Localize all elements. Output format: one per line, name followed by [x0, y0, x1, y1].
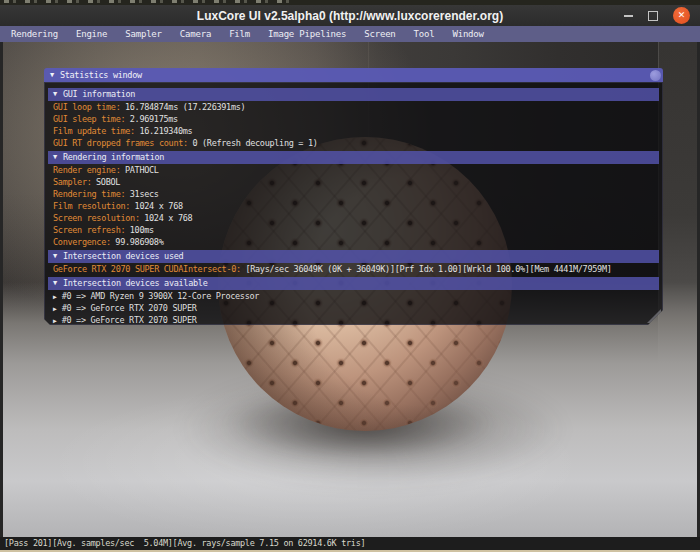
maximize-icon	[648, 11, 658, 21]
expand-arrow-icon: ▶	[53, 293, 57, 301]
stat-row-sampler: Sampler:SOBOL	[48, 176, 659, 188]
stat-value: SOBOL	[96, 177, 120, 187]
stat-value: PATHOCL	[125, 165, 159, 175]
screen: LuxCore UI v2.5alpha0 (http://www.luxcor…	[0, 0, 700, 552]
stat-value: 99.986908%	[115, 237, 163, 247]
stat-label: Sampler:	[53, 177, 92, 187]
section-header-rendering-information[interactable]: ▼ Rendering information	[48, 151, 659, 164]
stat-row-film-resolution: Film resolution:1024 x 768	[48, 200, 659, 212]
collapse-arrow-icon: ▼	[53, 88, 57, 101]
stat-label: GUI RT dropped frames count:	[53, 138, 188, 148]
stat-value: 31secs	[130, 189, 159, 199]
device-tree-item-gpu-2[interactable]: ▶#0 => GeForce RTX 2070 SUPER	[48, 314, 659, 326]
section-header-intersection-devices-used[interactable]: ▼ Intersection devices used	[48, 250, 659, 263]
collapse-arrow-icon[interactable]: ▼	[50, 71, 54, 79]
stat-label: GeForce RTX 2070 SUPER CUDAIntersect-0:	[53, 264, 241, 274]
minimize-button[interactable]	[624, 15, 633, 17]
device-name: #0 => AMD Ryzen 9 3900X 12-Core Processo…	[62, 291, 260, 301]
menu-item-rendering[interactable]: Rendering	[2, 26, 67, 42]
section-header-gui-information[interactable]: ▼ GUI information	[48, 88, 659, 101]
stat-label: Screen refresh:	[53, 225, 125, 235]
status-text: [Pass 201][Avg. samples/sec 5.04M][Avg. …	[4, 538, 365, 548]
minimize-icon	[624, 15, 633, 17]
stat-value: [Rays/sec 36049K (0K + 36049K)][Prf Idx …	[245, 264, 611, 274]
stat-value: 0 (Refresh decoupling = 1)	[192, 138, 317, 148]
stat-row-film-update-time: Film update time:16.219340ms	[48, 125, 659, 137]
stat-label: Rendering time:	[53, 189, 125, 199]
status-bar: [Pass 201][Avg. samples/sec 5.04M][Avg. …	[0, 537, 700, 550]
window-controls: ✕	[624, 5, 690, 26]
stat-row-convergence: Convergence:99.986908%	[48, 236, 659, 248]
menu-item-camera[interactable]: Camera	[171, 26, 220, 42]
device-tree-item-gpu-1[interactable]: ▶#0 => GeForce RTX 2070 SUPER	[48, 302, 659, 314]
section-header-intersection-devices-available[interactable]: ▼ Intersection devices available	[48, 277, 659, 290]
collapse-arrow-icon: ▼	[53, 151, 57, 164]
stat-value: 1024 x 768	[135, 201, 183, 211]
menu-item-image-pipelines[interactable]: Image Pipelines	[259, 26, 355, 42]
stat-label: GUI sleep time:	[53, 114, 125, 124]
menu-item-tool[interactable]: Tool	[405, 26, 444, 42]
section-title: Rendering information	[63, 151, 164, 164]
statistics-window-body: ▼ GUI information GUI loop time:16.78487…	[44, 82, 663, 325]
stat-value: 16.784874ms (17.226391ms)	[125, 102, 245, 112]
render-viewport[interactable]: ▼ Statistics window ▼ GUI information GU…	[3, 42, 697, 537]
stat-row-gui-loop-time: GUI loop time:16.784874ms (17.226391ms)	[48, 101, 659, 113]
stat-row-gpu-intersect: GeForce RTX 2070 SUPER CUDAIntersect-0:[…	[48, 263, 659, 275]
stat-row-render-engine: Render engine:PATHOCL	[48, 164, 659, 176]
stat-label: Convergence:	[53, 237, 111, 247]
stat-label: Render engine:	[53, 165, 120, 175]
stat-label: Film update time:	[53, 126, 135, 136]
section-title: Intersection devices used	[63, 250, 183, 263]
device-tree-item-cpu[interactable]: ▶#0 => AMD Ryzen 9 3900X 12-Core Process…	[48, 290, 659, 302]
window-collapse-circle-button[interactable]	[650, 70, 661, 81]
close-icon: ✕	[678, 7, 686, 24]
menu-item-film[interactable]: Film	[220, 26, 259, 42]
device-name: #0 => GeForce RTX 2070 SUPER	[62, 315, 197, 325]
menu-item-screen[interactable]: Screen	[355, 26, 404, 42]
statistics-window-titlebar[interactable]: ▼ Statistics window	[44, 68, 663, 82]
collapse-arrow-icon: ▼	[53, 250, 57, 263]
stat-label: Film resolution:	[53, 201, 130, 211]
stat-label: Screen resolution:	[53, 213, 140, 223]
menu-item-engine[interactable]: Engine	[67, 26, 116, 42]
stat-value: 16.219340ms	[139, 126, 192, 136]
stat-value: 100ms	[130, 225, 154, 235]
stat-value: 2.969175ms	[130, 114, 178, 124]
menu-item-sampler[interactable]: Sampler	[116, 26, 171, 42]
device-name: #0 => GeForce RTX 2070 SUPER	[62, 303, 197, 313]
maximize-button[interactable]	[648, 11, 658, 21]
menubar: Rendering Engine Sampler Camera Film Ima…	[0, 26, 700, 42]
menu-item-window[interactable]: Window	[443, 26, 492, 42]
stat-row-rendering-time: Rendering time:31secs	[48, 188, 659, 200]
close-button[interactable]: ✕	[673, 7, 690, 24]
expand-arrow-icon: ▶	[53, 317, 57, 325]
stat-row-gui-sleep-time: GUI sleep time:2.969175ms	[48, 113, 659, 125]
statistics-window: ▼ Statistics window ▼ GUI information GU…	[44, 68, 663, 325]
window-title: LuxCore UI v2.5alpha0 (http://www.luxcor…	[0, 9, 700, 23]
expand-arrow-icon: ▶	[53, 305, 57, 313]
stat-row-rt-dropped-frames: GUI RT dropped frames count:0 (Refresh d…	[48, 137, 659, 149]
collapse-arrow-icon: ▼	[53, 277, 57, 290]
stat-value: 1024 x 768	[144, 213, 192, 223]
statistics-window-title: Statistics window	[60, 70, 142, 80]
window-titlebar[interactable]: LuxCore UI v2.5alpha0 (http://www.luxcor…	[0, 5, 700, 26]
stat-label: GUI loop time:	[53, 102, 120, 112]
stat-row-screen-refresh: Screen refresh:100ms	[48, 224, 659, 236]
section-title: GUI information	[63, 88, 135, 101]
section-title: Intersection devices available	[63, 277, 208, 290]
stat-row-screen-resolution: Screen resolution:1024 x 768	[48, 212, 659, 224]
